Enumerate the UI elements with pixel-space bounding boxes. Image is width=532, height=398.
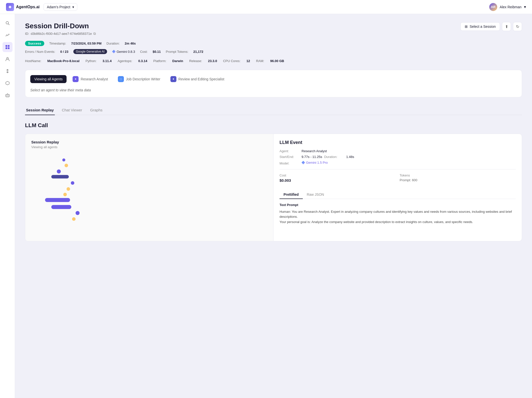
errors-label: Errors / Num Events: <box>25 50 55 54</box>
session-id-value: d3b86b2c-f930-4d17-aee7-674e6858371e <box>31 32 92 36</box>
svg-point-19 <box>67 187 70 191</box>
collapse-button[interactable]: ⬆ <box>502 22 511 31</box>
model-row: Model: Gemini 1.5 Pro <box>280 161 516 165</box>
svg-point-11 <box>8 95 9 96</box>
status-badge: Success <box>25 41 44 46</box>
logo: AgentOps.ai <box>6 3 40 11</box>
event-model-badge: Gemini 1.5 Pro <box>302 161 328 164</box>
replay-panel-title: Session Replay <box>31 140 267 144</box>
svg-point-24 <box>72 217 76 221</box>
tab-all-agents[interactable]: Viewing all Agents <box>30 75 67 83</box>
tab-raw-json[interactable]: Raw JSON <box>303 190 328 199</box>
startend-row: Start/End: 9.77s - 11.25s Duration: 1.48… <box>280 155 516 159</box>
agent-row: Agent: Research Analyst <box>280 149 516 153</box>
project-selector[interactable]: Adam's Project ▾ <box>44 3 77 11</box>
tab-review-editing-specialist[interactable]: ✦ Review and Editing Specialist <box>166 74 228 84</box>
flows-icon <box>5 69 10 73</box>
agent-meta-placeholder: Select an agent to view their meta data <box>30 88 517 92</box>
agent-label: Agent: <box>280 149 300 153</box>
event-model-value: Gemini 1.5 Pro <box>306 161 328 164</box>
topnav: AgentOps.ai Adam's Project ▾ AR Alex Rei… <box>0 0 532 14</box>
main-content: Session Drill-Down ID: d3b86b2c-f930-4d1… <box>15 14 532 398</box>
tab-job-description-writer[interactable]: □ Job Description Writer <box>114 74 164 84</box>
meta-row-2: Errors / Num Events: 0 / 23 Google Gener… <box>25 49 522 54</box>
user-menu[interactable]: AR Alex Reibman ▾ <box>489 3 526 11</box>
tab-prettified[interactable]: Prettified <box>280 190 303 199</box>
model-value: Gemini 0.8.3 <box>117 50 135 54</box>
ram-label: RAM: <box>256 59 264 63</box>
gemini-diamond-icon <box>112 50 116 53</box>
text-prompt-content: Human: You are Research Analyst. Expert … <box>280 209 516 225</box>
agent-tabs-card: Viewing all Agents ✦ Research Analyst □ … <box>25 70 522 97</box>
prompt-tokens-value: 21,172 <box>193 50 203 54</box>
platform-label: Platform: <box>153 59 166 63</box>
tab-chat-viewer[interactable]: Chat Viewer <box>61 105 83 115</box>
sidebar-item-analytics[interactable] <box>3 30 13 40</box>
session-tabs: Session Replay Chat Viewer Graphs <box>25 105 522 115</box>
svg-rect-5 <box>8 47 10 49</box>
duration-label: Duration: <box>107 42 120 45</box>
prompt-label: Prompt: <box>400 178 411 182</box>
cost-value: $0.11 <box>153 50 161 54</box>
chevron-down-icon: ▾ <box>72 5 74 9</box>
session-id-row: ID: d3b86b2c-f930-4d17-aee7-674e6858371e… <box>25 32 96 36</box>
svg-rect-17 <box>51 175 69 178</box>
replay-panel: Session Replay Viewing all agents <box>25 134 274 241</box>
meta-row-1: Success Timestamp: 7/23/2024, 03:59 PM D… <box>25 41 522 46</box>
startend-label: Start/End: <box>280 155 300 159</box>
avatar: AR <box>489 3 497 11</box>
prompt-tokens-label: Prompt Tokens: <box>166 50 188 54</box>
sidebar-item-sessions[interactable] <box>3 42 13 52</box>
refresh-button[interactable]: ↻ <box>513 22 522 31</box>
duration-value: 1.48s <box>346 155 354 159</box>
header-actions: ⊞ Select a Session ⬆ ↻ <box>460 22 522 31</box>
select-session-icon: ⊞ <box>465 25 468 29</box>
cost-label: Cost: <box>140 50 148 54</box>
svg-rect-3 <box>8 45 10 47</box>
model-label: Model: <box>280 161 300 165</box>
svg-point-10 <box>7 95 7 96</box>
tab-research-analyst[interactable]: ✦ Research Analyst <box>69 74 112 84</box>
user-chevron-icon: ▾ <box>524 5 526 9</box>
tab-graphs[interactable]: Graphs <box>89 105 103 115</box>
sidebar-item-agents[interactable] <box>3 54 13 64</box>
agentops-label: Agentops: <box>118 59 132 63</box>
sidebar-item-search[interactable] <box>3 18 13 28</box>
sidebar-item-tools[interactable] <box>3 78 13 88</box>
bot-icon <box>5 93 10 97</box>
cost-block-value: $0.003 <box>280 178 396 182</box>
llm-call-card: Session Replay Viewing all agents <box>25 134 522 241</box>
research-analyst-icon: ✦ <box>73 76 79 82</box>
tokens-label: Tokens <box>400 173 516 177</box>
errors-value: 0 / 23 <box>60 50 69 54</box>
svg-marker-8 <box>6 81 9 85</box>
select-session-button[interactable]: ⊞ Select a Session <box>460 22 500 31</box>
platform-value: Darwin <box>172 59 183 63</box>
timeline-visualization <box>31 155 267 235</box>
duration-value: 2m 46s <box>125 42 136 45</box>
event-panel: LLM Event Agent: Research Analyst Start/… <box>274 134 522 241</box>
provider-tag: Google Generative AI <box>73 49 107 54</box>
tab-session-replay[interactable]: Session Replay <box>25 105 55 115</box>
release-value: 23.3.0 <box>208 59 217 63</box>
svg-line-1 <box>8 24 9 25</box>
event-costs: Cost $0.003 Tokens Prompt: 600 <box>280 169 516 186</box>
startend-value: 9.77s - 11.25s <box>302 155 322 159</box>
copy-icon[interactable]: ⧉ <box>93 32 96 36</box>
page-title: Session Drill-Down <box>25 22 96 30</box>
svg-point-20 <box>63 193 67 196</box>
python-value: 3.11.4 <box>103 59 112 63</box>
sessions-icon <box>5 45 10 49</box>
svg-point-16 <box>57 169 61 173</box>
collapse-icon: ⬆ <box>505 24 508 29</box>
ram-value: 96.00 GB <box>270 59 284 63</box>
hostname-value: MacBook-Pro-8.local <box>47 59 80 63</box>
svg-rect-9 <box>6 94 9 97</box>
svg-point-13 <box>7 93 8 94</box>
agent-tabs: Viewing all Agents ✦ Research Analyst □ … <box>30 74 517 84</box>
sidebar-item-flows[interactable] <box>3 66 13 76</box>
sidebar-item-bot[interactable] <box>3 90 13 100</box>
cpu-label: CPU Cores: <box>223 59 240 63</box>
job-description-icon: □ <box>118 76 124 82</box>
python-label: Python: <box>86 59 97 63</box>
